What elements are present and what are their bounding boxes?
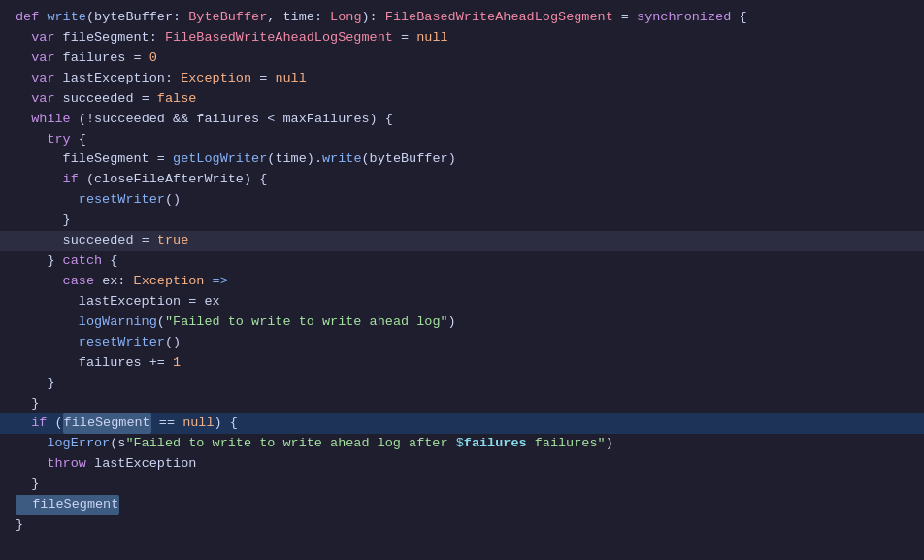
code-line: var failures = 0 [0, 49, 924, 69]
code-token: : [314, 8, 330, 28]
code-line: failures += 1 [0, 353, 924, 374]
code-token: => [213, 272, 228, 292]
code-token [16, 353, 79, 374]
code-line: } [0, 394, 924, 414]
code-token: = [181, 292, 204, 313]
code-token: failures [196, 110, 259, 130]
code-token: synchronized [637, 8, 731, 28]
code-line: } [0, 211, 924, 231]
code-token: throw [47, 454, 86, 475]
code-token: Exception [134, 272, 205, 292]
code-line: var lastException: Exception = null [0, 69, 924, 89]
code-line: succeeded = true [0, 231, 924, 251]
code-token: maxFailures [282, 110, 369, 130]
code-token [16, 130, 47, 150]
code-editor: def write(byteBuffer: ByteBuffer, time: … [0, 0, 924, 560]
code-token: ( [47, 413, 62, 434]
code-line: } [0, 515, 924, 536]
code-token [94, 272, 102, 292]
code-line: lastException = ex [0, 292, 924, 313]
code-token: ( [362, 149, 370, 170]
code-line: } catch { [0, 251, 924, 272]
code-line: if (closeFileAfterWrite) { [0, 170, 924, 190]
code-line: while (!succeeded && failures < maxFailu… [0, 110, 924, 130]
code-line: def write(byteBuffer: ByteBuffer, time: … [0, 8, 924, 28]
code-token [16, 149, 63, 170]
code-token: 1 [173, 353, 181, 374]
code-token: resetWriter [79, 333, 165, 353]
code-token: ( [86, 8, 94, 28]
code-token: (s [110, 434, 125, 454]
code-token [16, 190, 79, 211]
code-token: Long [330, 8, 361, 28]
code-token: time [282, 8, 314, 28]
code-token [16, 89, 31, 110]
code-token [16, 313, 79, 333]
code-token: logError [47, 434, 110, 454]
code-token: && [165, 110, 196, 130]
code-token: FileBasedWriteAheadLogSegment [385, 8, 613, 28]
code-token: case [63, 272, 94, 292]
code-token: def [16, 8, 47, 28]
code-token: $ [456, 434, 464, 454]
code-token: failures" [527, 434, 606, 454]
code-token [86, 454, 94, 475]
code-line: resetWriter() [0, 333, 924, 353]
code-token: "Failed to write to write ahead log" [165, 313, 448, 333]
code-token [16, 69, 31, 89]
code-token: } [16, 211, 71, 231]
code-token: : [149, 28, 165, 49]
code-token: : [117, 272, 133, 292]
code-token: : [173, 8, 188, 28]
code-token: : [165, 69, 181, 89]
code-token: var [31, 69, 62, 89]
code-token: succeeded [63, 89, 134, 110]
code-token [16, 454, 47, 475]
code-token: ex [204, 292, 219, 313]
code-token: < [259, 110, 282, 130]
code-token: catch [63, 251, 103, 272]
code-token [16, 49, 31, 69]
code-token: , [267, 8, 282, 28]
code-token [204, 272, 212, 292]
code-token: ). [307, 149, 322, 170]
code-token: byteBuffer [370, 149, 448, 170]
code-token: = [134, 89, 157, 110]
code-token: } [16, 515, 23, 536]
code-token: (! [71, 110, 94, 130]
code-line: resetWriter() [0, 190, 924, 211]
code-line: logError(s"Failed to write to write ahea… [0, 434, 924, 454]
code-token: "Failed to write to write ahead log afte… [125, 434, 455, 454]
code-token: } [16, 251, 63, 272]
code-token: if [63, 170, 79, 190]
code-line: case ex: Exception => [0, 272, 924, 292]
code-token: ex [102, 272, 117, 292]
code-token: ) [606, 434, 613, 454]
code-token: fileSegment [16, 495, 119, 515]
code-line: } [0, 374, 924, 394]
code-token: lastException [94, 454, 196, 475]
code-token: if [16, 413, 47, 434]
code-token: = [393, 28, 416, 49]
code-token: true [157, 231, 188, 251]
code-token: lastException [79, 292, 181, 313]
code-token [16, 333, 79, 353]
code-token: FileBasedWriteAheadLogSegment [165, 28, 393, 49]
code-token: failures [63, 49, 126, 69]
code-token: } [16, 475, 39, 495]
code-token: null [275, 69, 306, 89]
code-token: null [182, 413, 214, 434]
code-token: 0 [149, 49, 157, 69]
code-token: succeeded [63, 231, 134, 251]
code-token: lastException [63, 69, 165, 89]
code-token: Exception [181, 69, 251, 89]
code-token [16, 272, 63, 292]
code-token: var [31, 28, 62, 49]
code-line: if (fileSegment == null) { [0, 413, 924, 434]
code-token: ( [157, 313, 165, 333]
code-token: ByteBuffer [188, 8, 267, 28]
code-token: = [134, 231, 157, 251]
code-token [16, 170, 63, 190]
code-token: ) { [214, 413, 238, 434]
code-token [16, 231, 63, 251]
